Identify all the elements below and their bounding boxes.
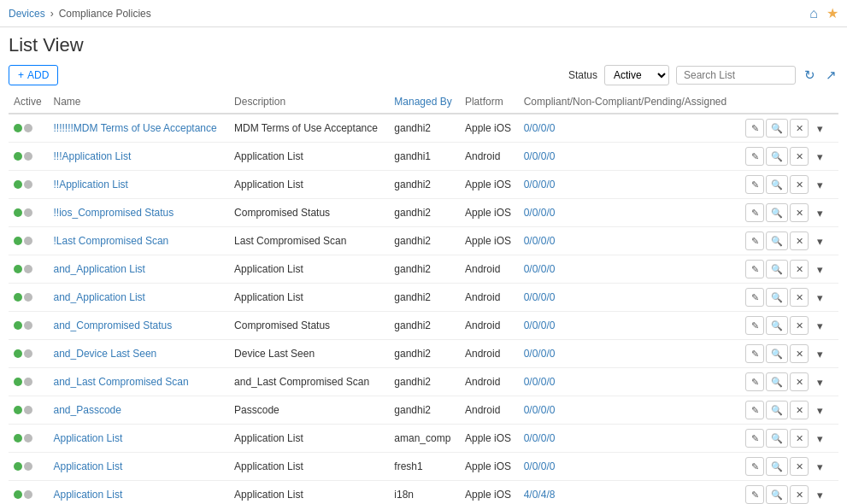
more-button[interactable]: ▾: [810, 316, 829, 335]
name-link[interactable]: and_Application List: [54, 263, 145, 275]
more-button[interactable]: ▾: [810, 372, 829, 391]
name-link[interactable]: Application List: [54, 460, 123, 472]
delete-button[interactable]: ✕: [790, 175, 809, 194]
active-dot-green: [14, 490, 22, 499]
delete-button[interactable]: ✕: [790, 203, 809, 222]
name-link[interactable]: and_Application List: [54, 291, 145, 303]
edit-button[interactable]: ✎: [745, 457, 764, 476]
name-cell: Application List: [49, 425, 230, 453]
name-link[interactable]: !!!Application List: [54, 150, 132, 162]
view-button[interactable]: 🔍: [766, 288, 788, 307]
delete-button[interactable]: ✕: [790, 485, 809, 504]
breadcrumb-devices[interactable]: Devices: [9, 8, 45, 20]
view-button[interactable]: 🔍: [766, 372, 788, 391]
more-button[interactable]: ▾: [810, 119, 829, 138]
name-link[interactable]: Application List: [54, 432, 123, 444]
name-link[interactable]: and_Compromised Status: [54, 319, 173, 331]
name-link[interactable]: !Last Compromised Scan: [54, 235, 169, 247]
edit-button[interactable]: ✎: [745, 231, 764, 250]
compliant-link[interactable]: 0/0/0/0: [524, 150, 556, 162]
edit-button[interactable]: ✎: [745, 316, 764, 335]
more-button[interactable]: ▾: [810, 175, 829, 194]
name-link[interactable]: Application List: [54, 489, 123, 501]
delete-button[interactable]: ✕: [790, 147, 809, 166]
edit-button[interactable]: ✎: [745, 401, 764, 419]
name-link[interactable]: and_Device Last Seen: [54, 348, 157, 360]
compliant-link[interactable]: 0/0/0/0: [524, 376, 556, 388]
compliant-link[interactable]: 0/0/0/0: [524, 122, 556, 134]
view-button[interactable]: 🔍: [766, 203, 788, 222]
more-button[interactable]: ▾: [810, 260, 829, 278]
view-button[interactable]: 🔍: [766, 344, 788, 363]
delete-button[interactable]: ✕: [790, 344, 809, 363]
edit-button[interactable]: ✎: [745, 288, 764, 307]
more-button[interactable]: ▾: [810, 457, 829, 476]
compliant-link[interactable]: 0/0/0/0: [524, 432, 556, 444]
home-icon[interactable]: ⌂: [809, 6, 818, 21]
more-button[interactable]: ▾: [810, 288, 829, 307]
view-button[interactable]: 🔍: [766, 429, 788, 448]
more-button[interactable]: ▾: [810, 401, 829, 419]
search-input[interactable]: [676, 66, 796, 85]
compliant-link[interactable]: 0/0/0/0: [524, 460, 556, 472]
compliant-link[interactable]: 0/0/0/0: [524, 179, 556, 190]
name-link[interactable]: and_Last Compromised Scan: [54, 376, 189, 388]
view-button[interactable]: 🔍: [766, 260, 788, 278]
delete-button[interactable]: ✕: [790, 119, 809, 138]
view-button[interactable]: 🔍: [766, 485, 788, 504]
compliant-cell: 0/0/0/0: [519, 284, 741, 312]
delete-button[interactable]: ✕: [790, 372, 809, 391]
more-button[interactable]: ▾: [810, 147, 829, 166]
more-button[interactable]: ▾: [810, 485, 829, 504]
view-button[interactable]: 🔍: [766, 175, 788, 194]
edit-button[interactable]: ✎: [745, 260, 764, 278]
col-platform: Platform: [460, 91, 519, 114]
active-cell: [9, 312, 49, 340]
delete-button[interactable]: ✕: [790, 231, 809, 250]
edit-button[interactable]: ✎: [745, 203, 764, 222]
delete-button[interactable]: ✕: [790, 316, 809, 335]
view-button[interactable]: 🔍: [766, 457, 788, 476]
name-link[interactable]: and_Passcode: [54, 404, 121, 416]
edit-button[interactable]: ✎: [745, 485, 764, 504]
more-button[interactable]: ▾: [810, 231, 829, 250]
more-button[interactable]: ▾: [810, 344, 829, 363]
edit-button[interactable]: ✎: [745, 119, 764, 138]
table-row: Application ListApplication Listi18nAppl…: [9, 481, 838, 505]
delete-button[interactable]: ✕: [790, 401, 809, 419]
name-link[interactable]: !!Application List: [54, 179, 128, 190]
compliant-link[interactable]: 0/0/0/0: [524, 263, 556, 275]
refresh-button[interactable]: ↻: [803, 66, 817, 85]
delete-button[interactable]: ✕: [790, 260, 809, 278]
edit-button[interactable]: ✎: [745, 344, 764, 363]
delete-button[interactable]: ✕: [790, 429, 809, 448]
compliant-link[interactable]: 0/0/0/0: [524, 348, 556, 360]
add-button[interactable]: + ADD: [9, 65, 58, 85]
compliant-link[interactable]: 0/0/0/0: [524, 291, 556, 303]
view-button[interactable]: 🔍: [766, 231, 788, 250]
compliant-link[interactable]: 0/0/0/0: [524, 404, 556, 416]
more-button[interactable]: ▾: [810, 429, 829, 448]
delete-button[interactable]: ✕: [790, 288, 809, 307]
compliant-link[interactable]: 4/0/4/8: [524, 489, 556, 501]
edit-button[interactable]: ✎: [745, 372, 764, 391]
compliant-link[interactable]: 0/0/0/0: [524, 319, 556, 331]
status-select[interactable]: Active Inactive All: [604, 65, 669, 85]
edit-button[interactable]: ✎: [745, 175, 764, 194]
name-link[interactable]: !!!!!!!MDM Terms of Use Acceptance: [54, 122, 217, 134]
delete-button[interactable]: ✕: [790, 457, 809, 476]
compliant-link[interactable]: 0/0/0/0: [524, 207, 556, 219]
managed-by-cell: gandhi2: [389, 114, 460, 143]
star-icon[interactable]: ★: [826, 5, 838, 21]
export-button[interactable]: ↗: [824, 66, 838, 85]
view-button[interactable]: 🔍: [766, 316, 788, 335]
edit-button[interactable]: ✎: [745, 147, 764, 166]
view-button[interactable]: 🔍: [766, 401, 788, 419]
name-link[interactable]: !!ios_Compromised Status: [54, 207, 174, 219]
edit-button[interactable]: ✎: [745, 429, 764, 448]
view-button[interactable]: 🔍: [766, 119, 788, 138]
more-button[interactable]: ▾: [810, 203, 829, 222]
view-button[interactable]: 🔍: [766, 147, 788, 166]
table-row: and_Device Last SeenDevice Last Seengand…: [9, 340, 838, 368]
compliant-link[interactable]: 0/0/0/0: [524, 235, 556, 247]
